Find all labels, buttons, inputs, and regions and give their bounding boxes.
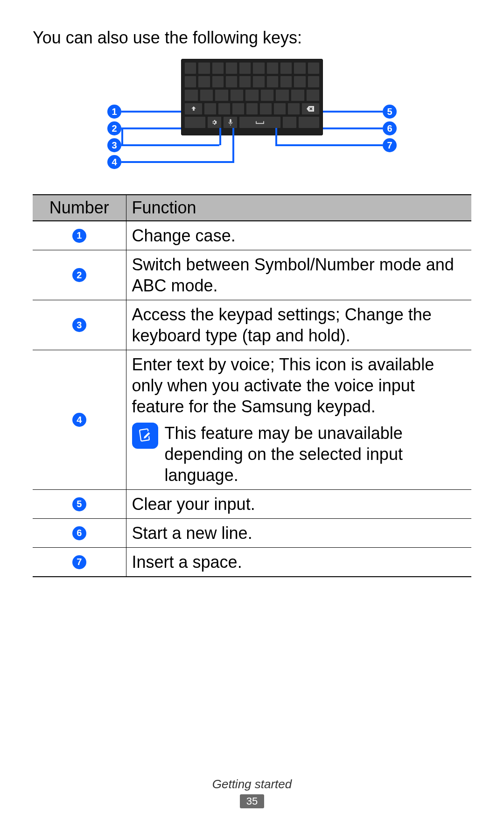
mic-key-icon <box>223 116 238 128</box>
shift-key-icon <box>184 103 203 115</box>
row-function-main: Enter text by voice; This icon is availa… <box>132 354 466 417</box>
table-row: 6 Start a new line. <box>33 519 471 548</box>
row-function: Clear your input. <box>126 490 471 519</box>
row-badge: 6 <box>72 526 86 540</box>
page-footer: Getting started 35 <box>0 777 504 808</box>
backspace-key-icon <box>301 103 320 115</box>
table-header-function: Function <box>126 195 471 221</box>
callout-badge-1: 1 <box>107 105 121 119</box>
row-badge: 5 <box>72 497 86 511</box>
space-key-icon <box>239 116 281 128</box>
manual-page: You can also use the following keys: <box>0 0 504 827</box>
table-row: 1 Change case. <box>33 221 471 250</box>
keyboard-illustration <box>181 59 323 135</box>
row-badge: 2 <box>72 268 86 282</box>
row-badge: 1 <box>72 229 86 243</box>
callout-badge-5: 5 <box>383 105 397 119</box>
row-badge: 7 <box>72 555 86 569</box>
note-block: This feature may be unavailable dependin… <box>132 423 466 486</box>
row-function: Switch between Symbol/Number mode and AB… <box>126 250 471 300</box>
callout-badge-6: 6 <box>383 121 397 135</box>
row-function: Change case. <box>126 221 471 250</box>
note-text: This feature may be unavailable dependin… <box>165 423 466 486</box>
row-function: Start a new line. <box>126 519 471 548</box>
function-table: Number Function 1 Change case. 2 Switch … <box>33 194 471 577</box>
keyboard-diagram: 1 2 3 4 5 6 <box>33 59 471 180</box>
table-row: 3 Access the keypad settings; Change the… <box>33 300 471 350</box>
intro-text: You can also use the following keys: <box>33 28 471 48</box>
table-row: 5 Clear your input. <box>33 490 471 519</box>
row-function: Enter text by voice; This icon is availa… <box>126 350 471 490</box>
settings-key-icon <box>207 116 222 128</box>
page-number-badge: 35 <box>240 794 264 808</box>
callout-badge-7: 7 <box>383 138 397 152</box>
callout-badge-2: 2 <box>107 121 121 135</box>
footer-section-title: Getting started <box>0 777 504 792</box>
table-row: 7 Insert a space. <box>33 548 471 577</box>
row-badge: 4 <box>72 413 86 427</box>
row-badge: 3 <box>72 318 86 332</box>
row-function: Access the keypad settings; Change the k… <box>126 300 471 350</box>
table-row: 4 Enter text by voice; This icon is avai… <box>33 350 471 490</box>
note-icon <box>132 423 158 449</box>
callout-badge-4: 4 <box>107 155 121 169</box>
table-header-number: Number <box>33 195 126 221</box>
callout-badge-3: 3 <box>107 138 121 152</box>
table-row: 2 Switch between Symbol/Number mode and … <box>33 250 471 300</box>
row-function: Insert a space. <box>126 548 471 577</box>
